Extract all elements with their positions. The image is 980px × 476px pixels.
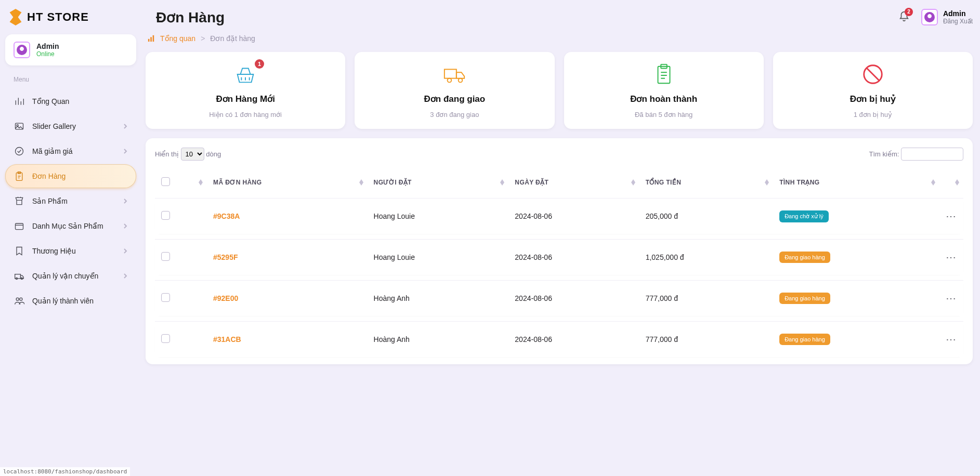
user-menu[interactable]: Admin Đăng Xuất	[921, 9, 973, 25]
row-checkbox[interactable]	[161, 334, 170, 343]
svg-rect-10	[148, 39, 150, 42]
cell-customer: Hoàng Anh	[368, 280, 509, 316]
nav-icon	[14, 245, 25, 257]
svg-rect-12	[153, 35, 154, 42]
content: Tổng quan > Đơn đặt hàng 1 Đơn Hàng Mới …	[146, 34, 973, 364]
card-cancelled[interactable]: Đơn bị huỷ 1 đơn bị huỷ	[773, 52, 973, 129]
row-checkbox[interactable]	[161, 211, 170, 220]
sidebar-item-6[interactable]: Thương Hiệu	[5, 239, 136, 263]
breadcrumb-current: Đơn đặt hàng	[210, 34, 255, 43]
cell-total: 777,000 đ	[639, 280, 773, 316]
svg-rect-11	[150, 37, 152, 42]
stat-cards: 1 Đơn Hàng Mới Hiện có 1 đơn hàng mới Đơ…	[146, 52, 973, 129]
sidebar-item-2[interactable]: Mã giảm giá	[5, 139, 136, 163]
nav-label: Slider Gallery	[32, 122, 115, 130]
logout-link[interactable]: Đăng Xuất	[943, 18, 973, 25]
card-new-orders[interactable]: 1 Đơn Hàng Mới Hiện có 1 đơn hàng mới	[146, 52, 345, 129]
brand[interactable]: HT STORE	[8, 9, 154, 25]
col-sort-blank[interactable]	[186, 172, 207, 193]
col-order-id[interactable]: Mã đơn hàng	[207, 172, 368, 193]
search-control: Tìm kiếm:	[869, 148, 963, 161]
sidebar-user-card[interactable]: Admin Online	[5, 34, 136, 65]
col-total[interactable]: Tổng tiền	[639, 172, 773, 193]
nav-label: Đơn Hàng	[32, 172, 128, 180]
sidebar: Admin Online Menu Tổng QuanSlider Galler…	[5, 34, 136, 364]
card-title: Đơn hoàn thành	[572, 94, 755, 104]
card-shipping[interactable]: Đơn đang giao 3 đơn đang giao	[355, 52, 554, 129]
row-actions-button[interactable]: ⋯	[946, 210, 957, 222]
clipboard-icon	[652, 62, 676, 86]
row-actions-button[interactable]: ⋯	[946, 252, 957, 263]
avatar-icon	[921, 9, 938, 25]
order-id-link[interactable]: #5295F	[213, 253, 238, 261]
row-checkbox[interactable]	[161, 252, 170, 261]
card-subtitle: Đã bán 5 đơn hàng	[572, 111, 755, 118]
card-completed[interactable]: Đơn hoàn thành Đã bán 5 đơn hàng	[564, 52, 764, 129]
status-badge: Đang giao hàng	[779, 334, 830, 345]
sidebar-user-status: Online	[36, 50, 59, 58]
card-subtitle: 3 đơn đang giao	[363, 111, 546, 118]
cell-customer: Hoang Louie	[368, 198, 509, 234]
order-id-link[interactable]: #92E00	[213, 294, 238, 302]
col-customer[interactable]: Người đặt	[368, 172, 509, 193]
svg-point-14	[448, 78, 452, 83]
show-prefix: Hiển thị	[155, 150, 179, 158]
search-input[interactable]	[901, 148, 963, 161]
row-actions-button[interactable]: ⋯	[946, 293, 957, 304]
sidebar-item-1[interactable]: Slider Gallery	[5, 114, 136, 138]
col-status[interactable]: Tình trạng	[773, 172, 939, 193]
sidebar-item-4[interactable]: Sản Phẩm	[5, 189, 136, 213]
nav-icon	[14, 270, 25, 282]
table-row: #9C38AHoang Louie2024-08-06205,000 đĐang…	[155, 198, 963, 234]
nav-label: Quản lý vận chuyển	[32, 272, 115, 280]
order-id-link[interactable]: #31ACB	[213, 335, 241, 343]
orders-table: Mã đơn hàng Người đặt Ngày đặt Tổng tiền…	[155, 167, 963, 362]
row-checkbox[interactable]	[161, 293, 170, 302]
nav-icon	[14, 220, 25, 232]
nav-icon	[14, 96, 25, 107]
nav-icon	[14, 121, 25, 132]
cell-date: 2024-08-06	[508, 321, 639, 357]
sidebar-item-5[interactable]: Danh Mục Sản Phẩm	[5, 214, 136, 238]
search-label: Tìm kiếm:	[869, 150, 899, 158]
table-row: #5295FHoang Louie2024-08-061,025,000 đĐa…	[155, 239, 963, 275]
card-title: Đơn Hàng Mới	[154, 94, 337, 104]
nav-label: Mã giảm giá	[32, 147, 115, 155]
cell-customer: Hoàng Anh	[368, 321, 509, 357]
svg-rect-6	[16, 223, 23, 230]
nav-icon	[14, 295, 25, 307]
nav-label: Thương Hiệu	[32, 247, 115, 255]
sidebar-item-7[interactable]: Quản lý vận chuyển	[5, 264, 136, 288]
col-actions[interactable]	[939, 172, 963, 193]
sidebar-user-name: Admin	[36, 42, 59, 50]
table-row: #92E00Hoàng Anh2024-08-06777,000 đĐang g…	[155, 280, 963, 316]
svg-point-4	[16, 148, 23, 155]
orders-panel: Hiển thị 10 dòng Tìm kiếm: Mã đơn hàng N…	[146, 138, 973, 364]
breadcrumb: Tổng quan > Đơn đặt hàng	[148, 34, 973, 43]
breadcrumb-separator: >	[201, 34, 205, 43]
notifications-button[interactable]: 2	[898, 11, 910, 24]
cell-date: 2024-08-06	[508, 198, 639, 234]
sidebar-nav: Tổng QuanSlider GalleryMã giảm giáĐơn Hà…	[5, 89, 136, 313]
svg-point-15	[459, 78, 463, 83]
breadcrumb-home[interactable]: Tổng quan	[160, 34, 195, 43]
sidebar-item-0[interactable]: Tổng Quan	[5, 89, 136, 113]
sidebar-item-8[interactable]: Quản lý thành viên	[5, 289, 136, 313]
user-name: Admin	[943, 9, 973, 18]
table-header-row: Mã đơn hàng Người đặt Ngày đặt Tổng tiền…	[155, 172, 963, 193]
avatar-icon	[14, 42, 30, 58]
row-actions-button[interactable]: ⋯	[946, 334, 957, 345]
cell-customer: Hoang Louie	[368, 239, 509, 275]
col-date[interactable]: Ngày đặt	[508, 172, 639, 193]
status-badge: Đang giao hàng	[779, 252, 830, 263]
status-badge: Đang chờ xử lý	[779, 210, 829, 222]
select-all-checkbox[interactable]	[161, 177, 170, 186]
topbar: HT STORE Đơn Hàng 2 Admin Đăng Xuất	[0, 0, 980, 34]
card-title: Đơn bị huỷ	[781, 94, 964, 104]
page-size-select[interactable]: 10	[181, 148, 204, 161]
order-id-link[interactable]: #9C38A	[213, 212, 240, 220]
logo-icon	[8, 9, 23, 25]
svg-point-9	[20, 298, 22, 300]
sidebar-item-3[interactable]: Đơn Hàng	[5, 164, 136, 188]
nav-label: Quản lý thành viên	[32, 297, 128, 305]
